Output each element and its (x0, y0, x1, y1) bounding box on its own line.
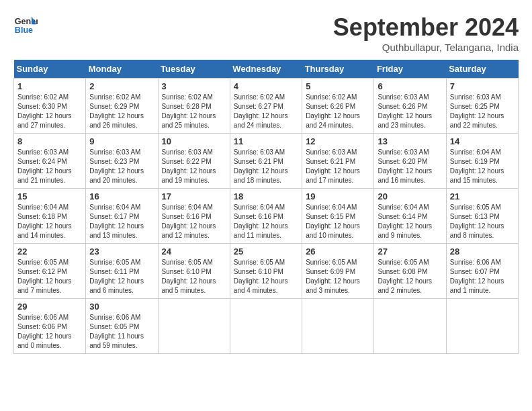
day-info: Sunrise: 6:03 AMSunset: 6:26 PMDaylight:… (378, 93, 442, 130)
day-cell-2: 2 Sunrise: 6:02 AMSunset: 6:29 PMDayligh… (86, 79, 158, 134)
day-cell-24: 24 Sunrise: 6:05 AMSunset: 6:10 PMDaylig… (158, 244, 230, 299)
day-info: Sunrise: 6:05 AMSunset: 6:12 PMDaylight:… (17, 258, 82, 295)
day-cell-9: 9 Sunrise: 6:03 AMSunset: 6:23 PMDayligh… (86, 134, 158, 189)
header-tuesday: Tuesday (158, 60, 230, 79)
table-row: 15 Sunrise: 6:04 AMSunset: 6:18 PMDaylig… (14, 189, 519, 244)
day-cell-20: 20 Sunrise: 6:04 AMSunset: 6:14 PMDaylig… (374, 189, 446, 244)
day-number: 5 (306, 81, 370, 91)
weekday-header-row: Sunday Monday Tuesday Wednesday Thursday… (14, 60, 519, 79)
day-info: Sunrise: 6:05 AMSunset: 6:10 PMDaylight:… (234, 258, 298, 295)
day-number: 1 (17, 81, 82, 91)
day-info: Sunrise: 6:03 AMSunset: 6:20 PMDaylight:… (378, 148, 442, 185)
day-number: 7 (450, 81, 515, 91)
day-info: Sunrise: 6:02 AMSunset: 6:26 PMDaylight:… (306, 93, 370, 130)
day-info: Sunrise: 6:04 AMSunset: 6:18 PMDaylight:… (17, 203, 82, 240)
table-row: 8 Sunrise: 6:03 AMSunset: 6:24 PMDayligh… (14, 134, 519, 189)
day-info: Sunrise: 6:05 AMSunset: 6:11 PMDaylight:… (89, 258, 154, 295)
day-info: Sunrise: 6:05 AMSunset: 6:13 PMDaylight:… (450, 203, 515, 240)
day-cell-22: 22 Sunrise: 6:05 AMSunset: 6:12 PMDaylig… (14, 244, 86, 299)
empty-cell (230, 299, 302, 354)
header-friday: Friday (374, 60, 446, 79)
day-cell-7: 7 Sunrise: 6:03 AMSunset: 6:25 PMDayligh… (446, 79, 518, 134)
day-number: 4 (234, 81, 298, 91)
day-number: 22 (17, 246, 82, 257)
day-number: 11 (234, 136, 298, 146)
day-number: 18 (234, 191, 298, 201)
day-cell-16: 16 Sunrise: 6:04 AMSunset: 6:17 PMDaylig… (86, 189, 158, 244)
day-cell-5: 5 Sunrise: 6:02 AMSunset: 6:26 PMDayligh… (302, 79, 374, 134)
day-number: 15 (17, 191, 82, 201)
day-info: Sunrise: 6:03 AMSunset: 6:25 PMDaylight:… (450, 93, 515, 130)
table-row: 1 Sunrise: 6:02 AMSunset: 6:30 PMDayligh… (14, 79, 519, 134)
day-info: Sunrise: 6:03 AMSunset: 6:21 PMDaylight:… (234, 148, 298, 185)
day-cell-11: 11 Sunrise: 6:03 AMSunset: 6:21 PMDaylig… (230, 134, 302, 189)
day-cell-3: 3 Sunrise: 6:02 AMSunset: 6:28 PMDayligh… (158, 79, 230, 134)
day-cell-1: 1 Sunrise: 6:02 AMSunset: 6:30 PMDayligh… (14, 79, 86, 134)
day-info: Sunrise: 6:02 AMSunset: 6:30 PMDaylight:… (17, 93, 82, 130)
day-number: 30 (89, 302, 154, 312)
day-info: Sunrise: 6:02 AMSunset: 6:27 PMDaylight:… (234, 93, 298, 130)
day-number: 13 (378, 136, 442, 146)
day-cell-29: 29 Sunrise: 6:06 AMSunset: 6:06 PMDaylig… (14, 299, 86, 354)
day-number: 10 (162, 136, 226, 146)
day-cell-10: 10 Sunrise: 6:03 AMSunset: 6:22 PMDaylig… (158, 134, 230, 189)
day-cell-12: 12 Sunrise: 6:03 AMSunset: 6:21 PMDaylig… (302, 134, 374, 189)
day-number: 14 (450, 136, 515, 146)
empty-cell (158, 299, 230, 354)
day-cell-17: 17 Sunrise: 6:04 AMSunset: 6:16 PMDaylig… (158, 189, 230, 244)
day-number: 17 (162, 191, 226, 201)
day-info: Sunrise: 6:06 AMSunset: 6:06 PMDaylight:… (17, 313, 82, 351)
day-number: 29 (17, 302, 82, 312)
table-row: 29 Sunrise: 6:06 AMSunset: 6:06 PMDaylig… (14, 299, 519, 354)
day-number: 26 (306, 246, 370, 257)
header-wednesday: Wednesday (230, 60, 302, 79)
day-cell-21: 21 Sunrise: 6:05 AMSunset: 6:13 PMDaylig… (446, 189, 518, 244)
day-number: 2 (89, 81, 154, 91)
day-number: 23 (89, 246, 154, 257)
day-number: 25 (234, 246, 298, 257)
day-info: Sunrise: 6:04 AMSunset: 6:15 PMDaylight:… (306, 203, 370, 240)
empty-cell (374, 299, 446, 354)
day-number: 27 (378, 246, 442, 257)
day-info: Sunrise: 6:04 AMSunset: 6:19 PMDaylight:… (450, 148, 515, 185)
logo-icon: General Blue (13, 13, 38, 38)
day-cell-25: 25 Sunrise: 6:05 AMSunset: 6:10 PMDaylig… (230, 244, 302, 299)
location-subtitle: Quthbullapur, Telangana, India (333, 42, 519, 53)
day-cell-19: 19 Sunrise: 6:04 AMSunset: 6:15 PMDaylig… (302, 189, 374, 244)
day-info: Sunrise: 6:03 AMSunset: 6:21 PMDaylight:… (306, 148, 370, 185)
day-info: Sunrise: 6:05 AMSunset: 6:09 PMDaylight:… (306, 258, 370, 295)
header-thursday: Thursday (302, 60, 374, 79)
day-cell-30: 30 Sunrise: 6:06 AMSunset: 6:05 PMDaylig… (86, 299, 158, 354)
svg-text:Blue: Blue (15, 26, 33, 35)
day-cell-6: 6 Sunrise: 6:03 AMSunset: 6:26 PMDayligh… (374, 79, 446, 134)
page-header: General Blue September 2024 Quthbullapur… (13, 13, 519, 53)
day-number: 9 (89, 136, 154, 146)
day-info: Sunrise: 6:04 AMSunset: 6:16 PMDaylight:… (162, 203, 226, 240)
day-cell-18: 18 Sunrise: 6:04 AMSunset: 6:16 PMDaylig… (230, 189, 302, 244)
day-info: Sunrise: 6:05 AMSunset: 6:08 PMDaylight:… (378, 258, 442, 295)
day-info: Sunrise: 6:04 AMSunset: 6:17 PMDaylight:… (89, 203, 154, 240)
day-info: Sunrise: 6:03 AMSunset: 6:23 PMDaylight:… (89, 148, 154, 185)
header-saturday: Saturday (446, 60, 518, 79)
day-info: Sunrise: 6:06 AMSunset: 6:05 PMDaylight:… (89, 313, 154, 351)
day-number: 19 (306, 191, 370, 201)
day-cell-23: 23 Sunrise: 6:05 AMSunset: 6:11 PMDaylig… (86, 244, 158, 299)
calendar-table: Sunday Monday Tuesday Wednesday Thursday… (13, 60, 519, 354)
empty-cell (302, 299, 374, 354)
day-number: 21 (450, 191, 515, 201)
day-number: 16 (89, 191, 154, 201)
header-sunday: Sunday (14, 60, 86, 79)
day-info: Sunrise: 6:03 AMSunset: 6:22 PMDaylight:… (162, 148, 226, 185)
day-number: 8 (17, 136, 82, 146)
day-cell-27: 27 Sunrise: 6:05 AMSunset: 6:08 PMDaylig… (374, 244, 446, 299)
day-number: 24 (162, 246, 226, 257)
header-monday: Monday (86, 60, 158, 79)
day-info: Sunrise: 6:04 AMSunset: 6:16 PMDaylight:… (234, 203, 298, 240)
day-cell-14: 14 Sunrise: 6:04 AMSunset: 6:19 PMDaylig… (446, 134, 518, 189)
day-number: 20 (378, 191, 442, 201)
day-info: Sunrise: 6:02 AMSunset: 6:28 PMDaylight:… (162, 93, 226, 130)
month-title: September 2024 (333, 13, 519, 42)
day-cell-13: 13 Sunrise: 6:03 AMSunset: 6:20 PMDaylig… (374, 134, 446, 189)
day-info: Sunrise: 6:04 AMSunset: 6:14 PMDaylight:… (378, 203, 442, 240)
title-block: September 2024 Quthbullapur, Telangana, … (333, 13, 519, 53)
